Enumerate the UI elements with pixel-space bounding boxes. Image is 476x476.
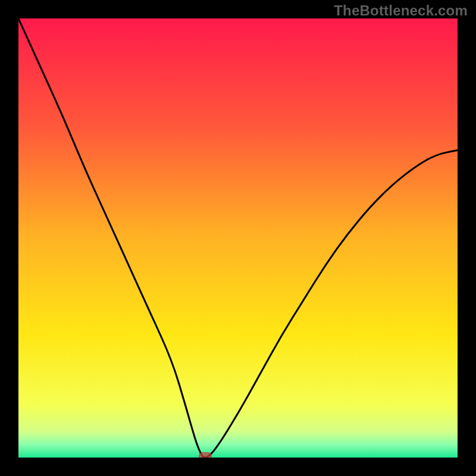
attribution-text: TheBottleneck.com [334, 2, 468, 19]
chart-frame: TheBottleneck.com [0, 0, 476, 476]
gradient-background [18, 18, 458, 458]
optimum-marker [199, 452, 212, 458]
plot-area [18, 18, 458, 458]
bottleneck-chart [18, 18, 458, 458]
